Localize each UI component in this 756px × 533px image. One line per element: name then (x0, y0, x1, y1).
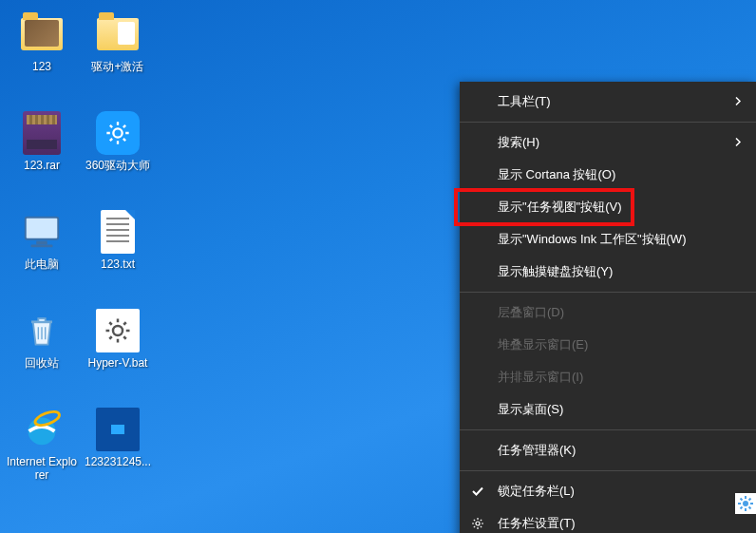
gear-icon (738, 496, 753, 511)
desktop-icon-label: 123.rar (24, 160, 60, 173)
desktop-icon-folder-drivers[interactable]: 驱动+激活 (80, 6, 156, 105)
menu-item-windows-ink-button[interactable]: 显示"Windows Ink 工作区"按钮(W) (460, 223, 756, 256)
menu-item-label: 任务管理器(K) (498, 442, 576, 459)
svg-rect-1 (26, 218, 59, 239)
desktop-icon-label: 360驱动大师 (85, 160, 150, 173)
desktop-icon-label: Internet Explorer (6, 456, 78, 483)
menu-item-label: 工具栏(T) (498, 93, 551, 110)
check-icon (471, 485, 484, 498)
desktop-icon-label: 123231245... (85, 456, 151, 469)
desktop-icon-label: 驱动+激活 (91, 61, 143, 74)
text-file-icon (95, 209, 141, 255)
menu-item-task-manager[interactable]: 任务管理器(K) (460, 434, 756, 466)
menu-item-touch-keyboard-button[interactable]: 显示触摸键盘按钮(Y) (460, 256, 756, 288)
chevron-right-icon (733, 136, 743, 150)
menu-item-lock-taskbar[interactable]: 锁定任务栏(L) (460, 475, 756, 507)
app-icon (95, 110, 141, 156)
menu-item-cortana-button[interactable]: 显示 Cortana 按钮(O) (460, 159, 756, 191)
menu-item-label: 任务栏设置(T) (498, 515, 576, 532)
menu-item-label: 并排显示窗口(I) (498, 369, 583, 386)
menu-item-stack-windows: 堆叠显示窗口(E) (460, 329, 756, 361)
folder-icon (95, 11, 141, 57)
svg-point-0 (113, 128, 122, 137)
folder-icon (19, 11, 65, 57)
desktop-icon-360driver[interactable]: 360驱动大师 (80, 105, 156, 203)
desktop: 123 驱动+激活 123.rar 360驱动大师 此电脑 (0, 0, 160, 505)
chevron-right-icon (733, 95, 743, 109)
svg-point-8 (743, 501, 748, 506)
internet-explorer-icon (19, 407, 65, 452)
desktop-icon-txt[interactable]: 123.txt (80, 203, 156, 302)
menu-item-label: 显示触摸键盘按钮(Y) (498, 263, 613, 280)
menu-item-label: 显示 Cortana 按钮(O) (498, 166, 615, 183)
svg-point-7 (476, 522, 480, 525)
taskbar-context-menu: 工具栏(T) 搜索(H) 显示 Cortana 按钮(O) 显示"任务视图"按钮… (460, 82, 756, 533)
menu-item-label: 堆叠显示窗口(E) (498, 336, 588, 353)
svg-rect-3 (31, 244, 53, 247)
menu-item-label: 层叠窗口(D) (498, 304, 564, 321)
desktop-icon-label: 回收站 (25, 357, 59, 371)
menu-separator (460, 429, 756, 430)
desktop-icon-rar[interactable]: 123.rar (4, 105, 80, 203)
menu-item-toolbars[interactable]: 工具栏(T) (460, 86, 756, 118)
svg-rect-2 (36, 241, 47, 245)
shortcut-icon (95, 407, 141, 452)
menu-item-label: 显示"Windows Ink 工作区"按钮(W) (498, 231, 686, 248)
batch-file-icon (95, 308, 141, 353)
recycle-bin-icon (19, 308, 65, 353)
svg-point-4 (113, 326, 123, 335)
menu-separator (460, 122, 756, 123)
menu-item-search[interactable]: 搜索(H) (460, 126, 756, 159)
svg-point-6 (33, 409, 61, 428)
menu-item-label: 锁定任务栏(L) (498, 483, 575, 500)
menu-item-label: 显示"任务视图"按钮(V) (498, 199, 622, 216)
menu-item-label: 搜索(H) (498, 134, 539, 151)
menu-item-label: 显示桌面(S) (498, 401, 563, 418)
desktop-icon-ie[interactable]: Internet Explorer (4, 401, 80, 500)
menu-item-show-desktop[interactable]: 显示桌面(S) (460, 393, 756, 426)
desktop-icon-folder-123[interactable]: 123 (4, 6, 80, 105)
gear-icon (471, 517, 484, 530)
desktop-icon-label: 123 (32, 61, 51, 74)
menu-separator (460, 292, 756, 293)
desktop-icon-bat[interactable]: Hyper-V.bat (80, 302, 156, 401)
menu-item-taskbar-settings[interactable]: 任务栏设置(T) (460, 507, 756, 533)
desktop-icon-grid: 123 驱动+激活 123.rar 360驱动大师 此电脑 (4, 6, 156, 500)
desktop-icon-this-pc[interactable]: 此电脑 (4, 203, 80, 302)
desktop-icon-label: 此电脑 (25, 258, 59, 272)
archive-icon (19, 110, 65, 156)
desktop-icon-label: 123.txt (101, 258, 135, 272)
corner-gear-widget[interactable] (735, 493, 756, 514)
desktop-icon-shortcut[interactable]: 123231245... (80, 401, 156, 500)
desktop-icon-label: Hyper-V.bat (88, 357, 148, 371)
menu-item-task-view-button[interactable]: 显示"任务视图"按钮(V) (460, 191, 756, 223)
menu-item-cascade-windows: 层叠窗口(D) (460, 296, 756, 329)
menu-separator (460, 470, 756, 471)
menu-item-side-by-side-windows: 并排显示窗口(I) (460, 361, 756, 393)
desktop-icon-recycle-bin[interactable]: 回收站 (4, 302, 80, 401)
computer-icon (19, 209, 65, 255)
